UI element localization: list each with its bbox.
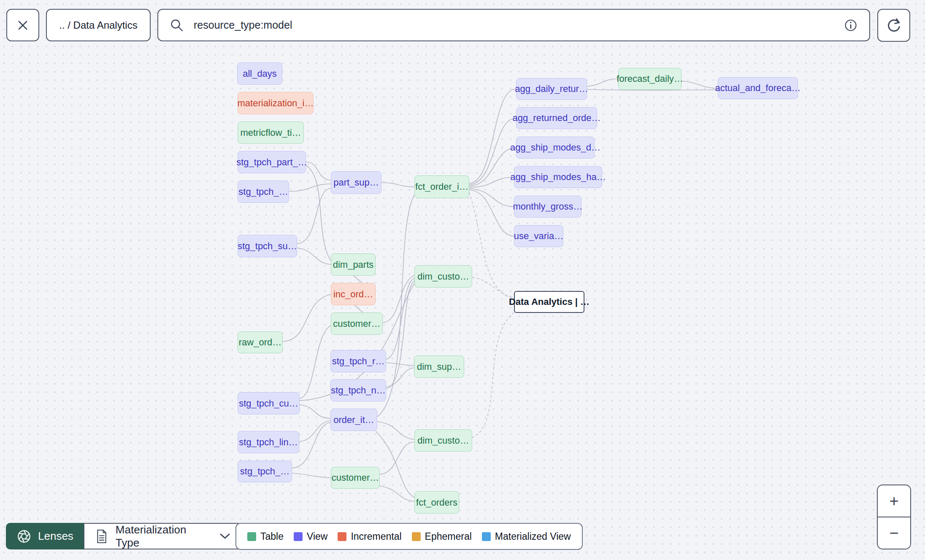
graph-node-stg-tpch[interactable]: stg_tpch_… [238,460,292,482]
graph-node-monthly-gross[interactable]: monthly_gross… [514,196,582,218]
graph-node-customer[interactable]: customer… [331,467,380,489]
edge [682,81,718,88]
graph-node-use-varia[interactable]: use_varia… [514,225,563,247]
graph-node-order-it[interactable]: order_it… [330,409,377,431]
lens-selector-dropdown[interactable]: Materialization Type [84,523,242,549]
legend-label: Table [260,531,284,542]
breadcrumb[interactable]: .. / Data Analytics [46,9,151,41]
legend-label: Materialized View [495,531,571,542]
graph-node-fct-order-i[interactable]: fct_order_i… [414,175,469,198]
lenses-group: Lenses Materialization Type [6,523,242,549]
aperture-icon [16,528,32,544]
legend-label: Incremental [351,531,401,542]
legend-swatch [247,532,256,541]
edge [380,442,414,474]
edge [377,422,414,439]
edge [386,363,414,366]
legend-item-materialized-view: Materialized View [482,531,571,542]
zoom-out-button[interactable]: − [878,517,910,549]
edge [386,368,414,387]
edge [300,405,330,418]
edge [300,326,331,398]
lenses-button[interactable]: Lenses [6,523,84,549]
graph-node-agg-daily-retur[interactable]: agg_daily_retur… [516,78,587,100]
lineage-app: { "topbar": { "breadcrumb": ".. / Data A… [0,0,925,560]
graph-node-dim-sup[interactable]: dim_sup… [414,355,464,378]
search-input[interactable] [193,19,835,32]
zoom-in-button[interactable]: + [878,485,910,517]
edge [469,89,516,183]
edge-dashed [472,312,515,438]
graph-node-stg-tpch-n[interactable]: stg_tpch_n… [330,379,386,401]
edge [469,177,514,187]
graph-node-raw-ord[interactable]: raw_ord… [238,331,283,353]
graph-node-stg-tpch[interactable]: stg_tpch_… [238,180,289,203]
graph-node-stg-tpch-lin[interactable]: stg_tpch_lin… [238,431,299,453]
edge [289,184,331,191]
legend-swatch [482,532,491,541]
graph-node-agg-ship-modes-d[interactable]: agg_ship_modes_d… [516,137,595,159]
graph-node-stg-tpch-part[interactable]: stg_tpch_part_… [238,151,306,173]
graph-node-dim-custo[interactable]: dim_custo… [414,429,472,452]
edge [354,276,362,283]
edge [379,486,414,501]
graph-node-inc-ord[interactable]: inc_ord… [331,283,376,305]
legend-item-ephemeral: Ephemeral [412,531,472,542]
edge [292,473,331,478]
lineage-canvas[interactable]: all_daysmaterialization_i…metricflow_ti…… [0,0,925,560]
graph-node-stg-tpch-su[interactable]: stg_tpch_su… [238,235,297,257]
graph-node-dim-custo[interactable]: dim_custo… [414,265,472,288]
search-icon [169,18,184,33]
graph-node-materialization-i[interactable]: materialization_i… [238,92,314,114]
graph-node-actual-and-foreca[interactable]: actual_and_foreca… [718,77,798,99]
graph-node-dim-parts[interactable]: dim_parts [331,253,376,276]
chevron-down-icon [219,533,230,540]
edge [354,305,363,312]
graph-node-stg-tpch-r[interactable]: stg_tpch_r… [330,350,386,372]
edge [383,275,414,323]
close-button[interactable] [6,9,39,41]
edge-dashed [469,192,514,299]
graph-node-stg-tpch-cu[interactable]: stg_tpch_cu… [238,392,300,415]
document-icon [95,529,108,544]
graph-node-fct-orders[interactable]: fct_orders [414,491,459,514]
legend-label: Ephemeral [425,531,472,542]
graph-node-forecast-daily[interactable]: forecast_daily… [618,68,682,90]
graph-node-metricflow-ti[interactable]: metricflow_ti… [238,121,304,144]
edge [381,183,414,187]
refresh-icon [884,16,903,35]
zoom-controls: + − [877,485,911,549]
refresh-button[interactable] [877,9,910,42]
graph-node-agg-returned-orde[interactable]: agg_returned_orde… [516,107,597,129]
edge [297,188,331,244]
legend-swatch [412,532,421,541]
materialization-legend: TableViewIncrementalEphemeralMaterialize… [235,523,583,550]
legend-item-incremental: Incremental [338,531,401,542]
graph-node-part-sup[interactable]: part_sup… [331,171,381,194]
graph-node-customer[interactable]: customer… [331,312,383,335]
edge [587,79,618,86]
edge [469,118,516,185]
graph-node-agg-ship-modes-ha[interactable]: agg_ship_modes_ha… [514,166,602,188]
breadcrumb-label: .. / Data Analytics [59,19,137,31]
legend-label: View [307,531,327,542]
legend-item-table: Table [247,531,284,542]
legend-swatch [294,532,303,541]
graph-node-data-analytics[interactable]: Data Analytics | … [514,291,584,313]
close-icon [14,17,31,34]
info-icon[interactable] [843,18,858,33]
edge [297,248,331,264]
legend-swatch [338,532,346,541]
search-bar [157,9,870,41]
edge [376,431,414,498]
edge-dashed [472,277,514,297]
legend-item-view: View [294,531,327,542]
graph-node-all-days[interactable]: all_days [237,62,282,85]
edge [306,162,331,180]
lens-selector-label: Materialization Type [116,523,212,549]
lenses-label: Lenses [38,530,73,543]
